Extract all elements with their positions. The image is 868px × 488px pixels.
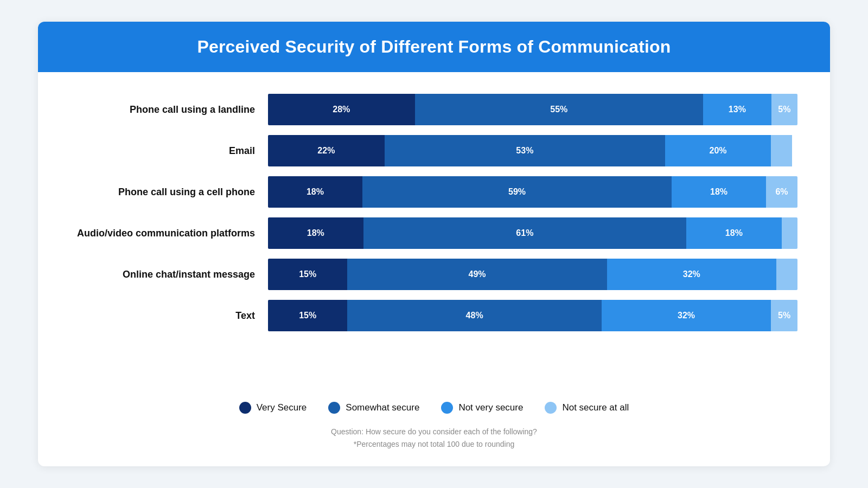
- bar-segment-not-very: 32%: [602, 300, 771, 331]
- bar-segment-somewhat: 48%: [347, 300, 601, 331]
- bar-segment-very-secure: 15%: [268, 259, 347, 290]
- legend: Very SecureSomewhat secureNot very secur…: [71, 402, 797, 414]
- legend-dot-not-very: [441, 402, 453, 414]
- bar-segment-somewhat: 49%: [347, 259, 607, 290]
- bar-segment-very-secure: 15%: [268, 300, 347, 331]
- legend-item-somewhat: Somewhat secure: [328, 402, 419, 414]
- bar-segment-not-at-all: 5%: [771, 94, 797, 125]
- legend-item-not-very: Not very secure: [441, 402, 523, 414]
- bar-segment-not-very: 32%: [607, 259, 776, 290]
- bar-container: 28%55%13%5%: [268, 94, 797, 125]
- bar-segment-somewhat: 53%: [385, 135, 665, 166]
- bar-container: 15%48%32%5%: [268, 300, 797, 331]
- bar-segment-very-secure: 18%: [268, 217, 363, 249]
- chart-row: Text15%48%32%5%: [71, 300, 797, 331]
- bar-container: 18%59%18%6%: [268, 176, 797, 208]
- bar-container: 22%53%20%: [268, 135, 797, 166]
- row-label: Phone call using a landline: [71, 104, 255, 115]
- legend-label-not-very: Not very secure: [458, 402, 523, 413]
- legend-label-somewhat: Somewhat secure: [346, 402, 419, 413]
- chart-body: Phone call using a landline28%55%13%5%Em…: [38, 72, 830, 466]
- bar-segment-not-very: 18%: [686, 217, 782, 249]
- bar-segment-not-very: 18%: [672, 176, 766, 208]
- legend-label-not-at-all: Not secure at all: [562, 402, 629, 413]
- legend-label-very-secure: Very Secure: [257, 402, 307, 413]
- legend-item-very-secure: Very Secure: [239, 402, 307, 414]
- bar-container: 18%61%18%: [268, 217, 797, 249]
- legend-dot-not-at-all: [545, 402, 557, 414]
- bar-segment-not-at-all: [782, 217, 797, 249]
- chart-row: Phone call using a cell phone18%59%18%6%: [71, 176, 797, 208]
- bar-segment-very-secure: 18%: [268, 176, 362, 208]
- chart-row: Audio/video communication platforms18%61…: [71, 217, 797, 249]
- bar-segment-very-secure: 22%: [268, 135, 385, 166]
- bar-segment-somewhat: 59%: [362, 176, 672, 208]
- chart-row: Email22%53%20%: [71, 135, 797, 166]
- chart-area: Phone call using a landline28%55%13%5%Em…: [71, 94, 797, 387]
- bar-container: 15%49%32%: [268, 259, 797, 290]
- row-label: Online chat/instant message: [71, 269, 255, 280]
- bar-segment-not-very: 20%: [665, 135, 771, 166]
- bar-segment-not-at-all: 5%: [771, 300, 797, 331]
- footnote: Question: How secure do you consider eac…: [71, 426, 797, 450]
- bar-segment-very-secure: 28%: [268, 94, 415, 125]
- chart-card: Perceived Security of Different Forms of…: [38, 22, 830, 466]
- row-label: Phone call using a cell phone: [71, 187, 255, 198]
- chart-title: Perceived Security of Different Forms of…: [60, 37, 808, 57]
- bar-segment-somewhat: 61%: [363, 217, 686, 249]
- bar-segment-not-at-all: [771, 135, 792, 166]
- bar-segment-not-very: 13%: [703, 94, 771, 125]
- chart-header: Perceived Security of Different Forms of…: [38, 22, 830, 72]
- row-label: Email: [71, 145, 255, 157]
- legend-dot-somewhat: [328, 402, 340, 414]
- chart-row: Online chat/instant message15%49%32%: [71, 259, 797, 290]
- legend-dot-very-secure: [239, 402, 251, 414]
- row-label: Text: [71, 310, 255, 322]
- row-label: Audio/video communication platforms: [71, 228, 255, 239]
- bar-segment-not-at-all: [776, 259, 797, 290]
- chart-row: Phone call using a landline28%55%13%5%: [71, 94, 797, 125]
- bar-segment-somewhat: 55%: [415, 94, 704, 125]
- legend-item-not-at-all: Not secure at all: [545, 402, 629, 414]
- bar-segment-not-at-all: 6%: [766, 176, 797, 208]
